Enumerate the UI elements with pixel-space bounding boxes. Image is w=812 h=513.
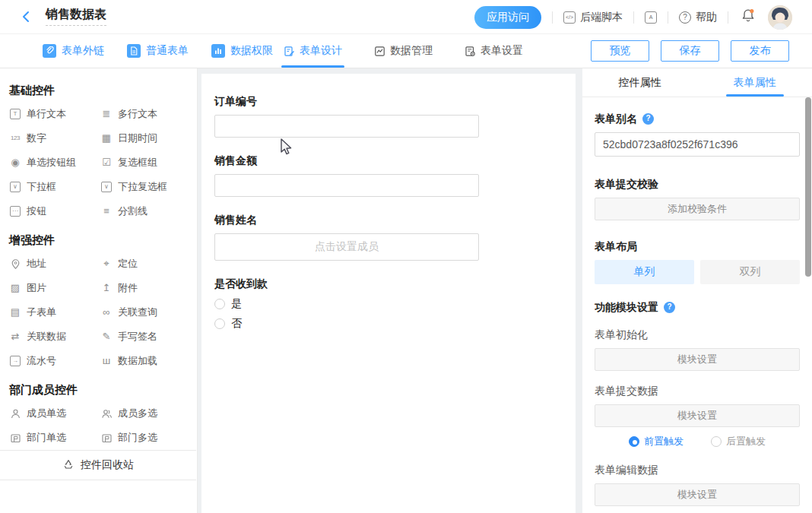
person-icon: [9, 408, 21, 420]
avatar[interactable]: [768, 5, 792, 30]
member-picker[interactable]: 点击设置成员: [214, 233, 479, 261]
layout-single-column[interactable]: 单列: [595, 260, 694, 284]
widget-relation-query[interactable]: ∞关联查询: [100, 306, 190, 319]
location-pin-icon: [9, 258, 21, 270]
help-button[interactable]: ? 帮助: [679, 11, 717, 24]
single-line-text-icon: T: [10, 109, 21, 119]
widget-subform[interactable]: ▤子表单: [9, 306, 100, 319]
app-access-button[interactable]: 应用访问: [474, 6, 541, 29]
widget-datetime[interactable]: ▦日期时间: [100, 131, 190, 145]
form-toolbar: 表单外链 普通表单 数据权限 表单设计 数据管理 表单设置: [0, 34, 812, 68]
widget-label: 关联查询: [118, 306, 157, 319]
widget-attachment[interactable]: ↥附件: [100, 281, 190, 295]
radio-icon[interactable]: [214, 299, 225, 309]
widget-label: 按钮: [27, 204, 46, 218]
radio-option-yes[interactable]: 是: [214, 297, 560, 311]
department-icon: [100, 432, 113, 444]
widget-multi-select[interactable]: ∨下拉复选框: [100, 180, 190, 194]
image-icon: ▨: [9, 282, 21, 294]
relation-data-icon: ⇄: [9, 331, 21, 343]
widget-address[interactable]: 地址: [9, 257, 100, 271]
section-title: 基础控件: [9, 68, 197, 107]
trigger-pre[interactable]: 前置触发: [629, 435, 684, 448]
bar-chart-icon: [211, 44, 225, 58]
tab-form-design[interactable]: 表单设计: [284, 34, 342, 68]
add-validation-button[interactable]: 添加校验条件: [595, 198, 800, 220]
widget-label: 部门多选: [118, 431, 157, 445]
form-external-link-item[interactable]: 表单外链: [43, 44, 104, 58]
widget-data-load[interactable]: ш数据加载: [100, 354, 190, 368]
widget-checkbox-group[interactable]: ☑复选框组: [100, 156, 190, 169]
radio-selected-icon[interactable]: [629, 436, 639, 447]
widget-relation-data[interactable]: ⇄关联数据: [9, 330, 100, 344]
widget-divider[interactable]: ≡分割线: [100, 204, 190, 218]
properties-body: 表单别名 ? 表单提交校验 添加校验条件 表单布局 单列 双列 功能模块设置 ?…: [582, 111, 812, 506]
trigger-post[interactable]: 后置触发: [711, 435, 766, 448]
backend-script-label: 后端脚本: [580, 11, 623, 24]
data-permission-item[interactable]: 数据权限: [211, 44, 273, 58]
department-icon: [9, 432, 21, 444]
form-alias-input[interactable]: [595, 132, 800, 157]
tab-form-properties[interactable]: 表单属性: [697, 68, 812, 97]
bell-icon: [741, 8, 756, 24]
normal-form-item[interactable]: 普通表单: [127, 44, 189, 58]
widget-radio-group[interactable]: ◉单选按钮组: [9, 156, 100, 169]
field-sales-name[interactable]: 销售姓名 点击设置成员: [214, 212, 560, 261]
widget-single-line-text[interactable]: T单行文本: [9, 107, 100, 121]
widget-dept-single[interactable]: 部门单选: [9, 431, 100, 445]
tab-form-settings[interactable]: 表单设置: [465, 34, 523, 68]
form-init-module-button[interactable]: 模块设置: [595, 348, 800, 371]
tab-data-manage[interactable]: 数据管理: [374, 34, 433, 68]
widget-sidebar: 基础控件 T单行文本 ≣多行文本 123数字 ▦日期时间 ◉单选按钮组 ☑复选框…: [0, 68, 198, 513]
form-design-icon: [284, 46, 295, 57]
widget-image[interactable]: ▨图片: [9, 281, 100, 295]
widget-locate[interactable]: ⌖定位: [100, 257, 190, 271]
widget-recycle-bin[interactable]: 控件回收站: [0, 450, 196, 480]
widget-button[interactable]: ⋯按钮: [9, 204, 100, 218]
order-number-input[interactable]: [214, 115, 479, 138]
page-title[interactable]: 销售数据表: [46, 8, 106, 26]
submit-data-module-button[interactable]: 模块设置: [595, 404, 800, 427]
widget-select[interactable]: ∨下拉框: [9, 180, 100, 194]
panel-scrollbar[interactable]: [805, 97, 811, 277]
help-icon[interactable]: ?: [664, 302, 675, 313]
locate-icon: ⌖: [100, 258, 113, 270]
field-label: 是否收到款: [214, 276, 560, 291]
back-button[interactable]: [20, 10, 33, 24]
preview-button[interactable]: 预览: [591, 40, 649, 62]
widget-member-multi[interactable]: 成员多选: [100, 407, 190, 420]
save-button[interactable]: 保存: [661, 40, 719, 62]
widget-number[interactable]: 123数字: [9, 131, 100, 145]
widget-signature[interactable]: ✎手写签名: [100, 330, 190, 344]
divider: [552, 11, 553, 24]
widget-label: 多行文本: [118, 107, 157, 121]
field-order-number[interactable]: 订单编号: [214, 93, 560, 138]
widget-serial-number[interactable]: →流水号: [9, 354, 100, 368]
recycle-label: 控件回收站: [81, 458, 134, 472]
field-sales-amount[interactable]: 销售金额: [214, 153, 560, 197]
layout-double-column[interactable]: 双列: [700, 260, 800, 284]
radio-icon[interactable]: [214, 318, 225, 329]
tab-widget-properties[interactable]: 控件属性: [582, 68, 697, 97]
publish-button[interactable]: 发布: [731, 40, 789, 62]
contacts-button[interactable]: A: [645, 11, 657, 24]
radio-option-no[interactable]: 否: [214, 317, 560, 331]
notifications-button[interactable]: [741, 8, 756, 27]
widget-multi-line-text[interactable]: ≣多行文本: [100, 107, 190, 121]
widget-label: 定位: [118, 257, 138, 271]
backend-script-button[interactable]: </> 后端脚本: [563, 11, 623, 24]
widget-dept-multi[interactable]: 部门多选: [100, 431, 190, 445]
widget-member-single[interactable]: 成员单选: [9, 407, 100, 420]
sales-amount-input[interactable]: [214, 174, 479, 197]
widget-label: 数字: [27, 131, 46, 145]
help-icon[interactable]: ?: [642, 113, 654, 125]
field-payment-received[interactable]: 是否收到款 是 否: [214, 276, 560, 331]
widget-label: 成员多选: [118, 407, 157, 420]
widget-label: 复选框组: [118, 156, 157, 169]
widget-label: 下拉框: [27, 180, 56, 194]
edit-data-module-button[interactable]: 模块设置: [595, 483, 800, 506]
divider: [668, 11, 668, 24]
form-canvas: 订单编号 销售金额 销售姓名 点击设置成员 是否收到款 是 否: [201, 74, 576, 513]
radio-unselected-icon[interactable]: [711, 436, 722, 447]
number-icon: 123: [9, 132, 21, 144]
